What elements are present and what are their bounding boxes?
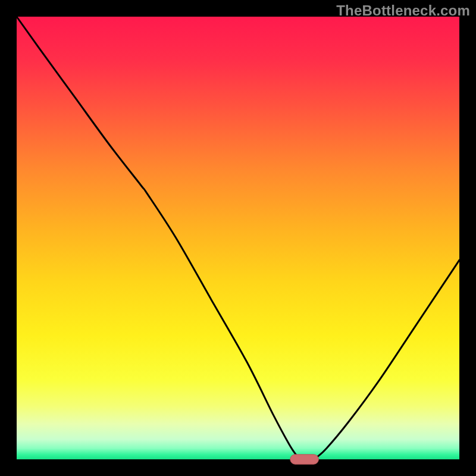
plot-area [17, 17, 459, 459]
bottleneck-chart [0, 0, 476, 476]
optimum-marker [290, 455, 319, 464]
watermark-label: TheBottleneck.com [336, 2, 470, 19]
